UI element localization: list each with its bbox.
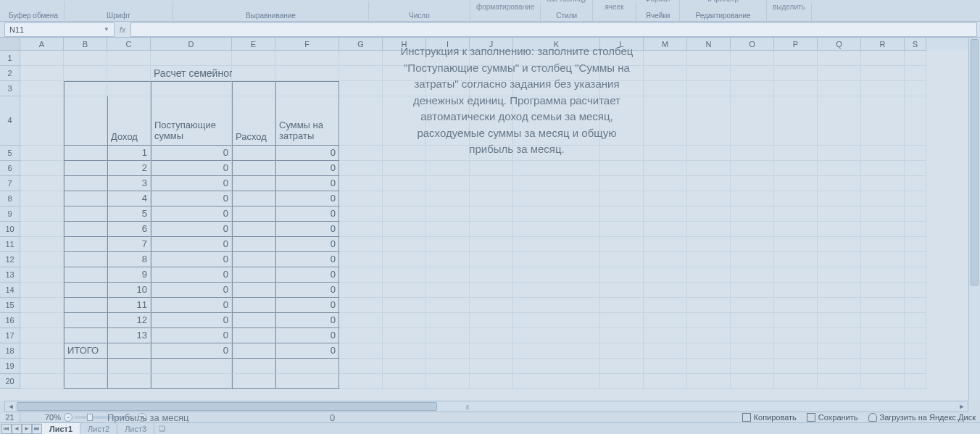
cell[interactable] — [905, 328, 926, 343]
cell[interactable] — [426, 191, 470, 206]
cell[interactable] — [818, 374, 861, 389]
cell[interactable] — [818, 237, 861, 252]
cell[interactable]: 0 — [151, 313, 232, 328]
cell[interactable]: 0 — [275, 237, 339, 252]
cell[interactable] — [818, 343, 861, 359]
fx-icon[interactable]: fx — [115, 25, 130, 34]
cell[interactable] — [339, 283, 383, 298]
cell[interactable]: Доход — [107, 96, 151, 146]
cell[interactable] — [20, 176, 64, 191]
cell[interactable] — [774, 96, 818, 146]
cell[interactable] — [107, 374, 151, 389]
cell[interactable] — [20, 96, 64, 146]
row-header[interactable]: 7 — [0, 176, 20, 191]
cell[interactable] — [20, 191, 64, 206]
cell[interactable] — [687, 51, 731, 66]
cell[interactable] — [470, 206, 513, 222]
row-header[interactable]: 6 — [0, 161, 20, 176]
col-header[interactable]: R — [861, 38, 905, 51]
cell[interactable] — [644, 328, 687, 343]
cell[interactable] — [64, 359, 107, 374]
cell[interactable] — [20, 298, 64, 313]
cell[interactable]: 0 — [275, 328, 339, 343]
cell[interactable] — [383, 313, 426, 328]
row-header[interactable]: 16 — [0, 313, 20, 328]
tab-last-icon[interactable]: ⏭ — [32, 424, 42, 434]
cell[interactable] — [64, 252, 107, 267]
cell[interactable] — [426, 222, 470, 237]
cell[interactable] — [600, 222, 644, 237]
cell[interactable] — [905, 359, 926, 374]
cell[interactable] — [470, 313, 513, 328]
cell[interactable] — [339, 374, 383, 389]
cell[interactable] — [644, 206, 687, 222]
row-header[interactable]: 1 — [0, 51, 20, 66]
cell[interactable] — [905, 222, 926, 237]
row-header[interactable]: 17 — [0, 328, 20, 343]
ribbon-group-alignment[interactable]: Выравнивание — [173, 1, 369, 21]
cell[interactable] — [731, 283, 774, 298]
cell[interactable] — [64, 176, 107, 191]
cell[interactable] — [232, 267, 275, 283]
cell[interactable] — [600, 298, 644, 313]
cell[interactable] — [774, 161, 818, 176]
col-header[interactable]: Q — [818, 38, 861, 51]
cell[interactable] — [905, 161, 926, 176]
cell[interactable] — [731, 206, 774, 222]
cell[interactable] — [644, 161, 687, 176]
cell[interactable]: 0 — [151, 206, 232, 222]
cell[interactable] — [861, 298, 905, 313]
cell[interactable] — [107, 51, 151, 66]
cell[interactable] — [774, 51, 818, 66]
cell[interactable] — [20, 283, 64, 298]
ribbon-group-clipboard[interactable]: Буфер обмена — [3, 1, 65, 21]
cell[interactable] — [383, 206, 426, 222]
cell[interactable]: Расчет семейного бюджета за 1 месяц — [151, 66, 232, 81]
cell[interactable] — [644, 81, 687, 96]
cell[interactable] — [383, 267, 426, 283]
row-header[interactable]: 18 — [0, 343, 20, 359]
cell[interactable]: 7 — [107, 237, 151, 252]
cell[interactable]: 6 — [107, 222, 151, 237]
cell[interactable]: 0 — [275, 191, 339, 206]
row-header[interactable]: 3 — [0, 81, 20, 96]
col-header[interactable]: G — [339, 38, 383, 51]
cell[interactable] — [470, 328, 513, 343]
cell[interactable] — [644, 298, 687, 313]
cell[interactable] — [861, 176, 905, 191]
cell[interactable] — [600, 176, 644, 191]
row-header[interactable]: 12 — [0, 252, 20, 267]
col-header[interactable]: P — [774, 38, 818, 51]
cell[interactable] — [64, 51, 107, 66]
cell[interactable] — [731, 298, 774, 313]
cell[interactable] — [339, 191, 383, 206]
scrollbar-thumb[interactable] — [17, 402, 437, 411]
cell[interactable] — [644, 359, 687, 374]
cell[interactable] — [731, 267, 774, 283]
cell[interactable] — [20, 313, 64, 328]
cell[interactable] — [383, 222, 426, 237]
cell[interactable] — [383, 328, 426, 343]
cell[interactable] — [644, 313, 687, 328]
cell[interactable] — [774, 206, 818, 222]
cell[interactable] — [687, 298, 731, 313]
ribbon-group-cell-styles[interactable]: ячеек — [593, 3, 636, 21]
cell[interactable] — [513, 267, 600, 283]
cell[interactable] — [905, 267, 926, 283]
cell[interactable] — [470, 267, 513, 283]
row-header[interactable]: 4 — [0, 96, 20, 146]
scrollbar-thumb[interactable] — [971, 39, 979, 285]
row-header[interactable]: 13 — [0, 267, 20, 283]
row-header[interactable]: 9 — [0, 206, 20, 222]
cell[interactable] — [818, 51, 861, 66]
cell[interactable] — [20, 267, 64, 283]
cell[interactable] — [64, 298, 107, 313]
cell[interactable]: Поступающие суммы — [151, 96, 232, 146]
cell[interactable] — [600, 237, 644, 252]
cell[interactable] — [731, 161, 774, 176]
cell[interactable] — [64, 206, 107, 222]
cell[interactable] — [861, 313, 905, 328]
row-header[interactable]: 2 — [0, 66, 20, 81]
cell[interactable] — [383, 374, 426, 389]
cell[interactable] — [232, 222, 275, 237]
